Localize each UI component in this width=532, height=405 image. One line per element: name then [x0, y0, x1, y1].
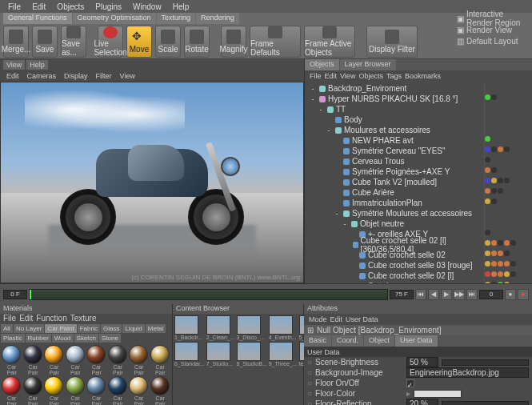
- tree-toggle-icon[interactable]: -: [333, 210, 341, 218]
- timeline-end[interactable]: [390, 290, 414, 299]
- vp-tab-view[interactable]: View: [3, 60, 25, 70]
- content-item[interactable]: 8_StudioB...: [237, 342, 267, 367]
- tag-icon[interactable]: [498, 240, 503, 246]
- tag-row[interactable]: [485, 82, 532, 92]
- tag-icon[interactable]: [491, 282, 497, 283]
- obj-menu-file[interactable]: File: [310, 72, 322, 80]
- content-item[interactable]: 6_Standar...: [174, 342, 205, 367]
- tag-row[interactable]: [485, 92, 532, 102]
- btn-first[interactable]: ⏮: [415, 289, 426, 300]
- attr-value[interactable]: 50 %: [406, 357, 438, 367]
- content-item[interactable]: 7_Studio...: [206, 342, 235, 367]
- material-tab[interactable]: Rubber: [26, 334, 51, 343]
- menu-help[interactable]: Help: [168, 1, 194, 13]
- tree-toggle-icon[interactable]: -: [341, 220, 349, 228]
- material-swatch[interactable]: Car Pair: [44, 345, 65, 375]
- tag-icon[interactable]: [491, 198, 497, 204]
- tag-icon[interactable]: [510, 261, 516, 267]
- tag-icon[interactable]: [485, 188, 490, 194]
- mat-menu-file[interactable]: File: [3, 314, 16, 323]
- tree-toggle-icon[interactable]: [343, 241, 350, 249]
- tag-icon[interactable]: [491, 261, 497, 267]
- material-tab[interactable]: Glass: [101, 324, 122, 333]
- tag-icon[interactable]: [510, 240, 516, 246]
- tag-row[interactable]: [485, 175, 532, 186]
- tree-toggle-icon[interactable]: -: [309, 95, 317, 103]
- obj-menu-tags[interactable]: Tags: [386, 72, 402, 80]
- tag-row[interactable]: [485, 102, 532, 113]
- btn-last[interactable]: ⏭: [466, 289, 478, 300]
- tree-toggle-icon[interactable]: -: [317, 106, 325, 114]
- attr-tab-userdata[interactable]: User Data: [395, 335, 438, 347]
- tree-item[interactable]: Cube crochet selle 02 [l]: [306, 271, 482, 281]
- material-swatch[interactable]: Car Pair: [23, 376, 44, 405]
- btn-key[interactable]: ●: [505, 289, 516, 300]
- mat-menu-function[interactable]: Function: [36, 314, 66, 323]
- tree-item[interactable]: -TT: [306, 104, 482, 114]
- tag-icon[interactable]: [485, 178, 490, 183]
- timeline-track[interactable]: [29, 289, 388, 300]
- tree-toggle-icon[interactable]: [349, 231, 357, 239]
- vp-menu-display[interactable]: Display: [61, 71, 91, 81]
- menu-file[interactable]: File: [3, 1, 26, 13]
- vp-tab-help[interactable]: Help: [26, 60, 48, 70]
- tag-icon[interactable]: [498, 271, 503, 277]
- tag-icon[interactable]: [485, 167, 490, 173]
- tree-toggle-icon[interactable]: [349, 283, 357, 284]
- tag-icon[interactable]: [491, 271, 497, 277]
- btn-next[interactable]: ▶▶: [454, 289, 465, 300]
- material-tab[interactable]: Fabric: [78, 324, 100, 333]
- tag-icon[interactable]: [485, 198, 490, 204]
- tree-item[interactable]: NEW PHARE avt: [306, 135, 482, 146]
- tree-item[interactable]: -Backdrop_Enviroment: [306, 83, 482, 94]
- tag-row[interactable]: [485, 165, 532, 175]
- material-tab[interactable]: No Layer: [14, 324, 44, 333]
- attr-menu-userdata[interactable]: User Data: [346, 315, 378, 323]
- tool-magnify[interactable]: Magnify: [221, 26, 246, 58]
- material-swatch[interactable]: Car Pair: [86, 345, 107, 375]
- tree-item[interactable]: -Hyper NURBS PIKACHU SK [16.8 °]: [306, 94, 482, 104]
- tree-item[interactable]: Cube crochet selle 03 [rouge]: [306, 260, 482, 271]
- tag-icon[interactable]: [485, 230, 490, 235]
- tree-toggle-icon[interactable]: [349, 272, 357, 280]
- obj-menu-objects[interactable]: Objects: [358, 72, 383, 80]
- tag-row[interactable]: [485, 207, 532, 217]
- tree-toggle-icon[interactable]: [333, 178, 341, 186]
- tree-item[interactable]: Body: [306, 114, 482, 125]
- btn-play[interactable]: ▶: [441, 289, 452, 300]
- tree-toggle-icon[interactable]: -: [309, 85, 317, 93]
- tag-row[interactable]: [485, 248, 532, 259]
- tag-icon[interactable]: [504, 240, 510, 246]
- tab-rendering[interactable]: Rendering: [196, 13, 239, 24]
- tool-saveas[interactable]: Save as...: [61, 26, 86, 58]
- tab-layer-browser[interactable]: Layer Browser: [340, 59, 396, 70]
- vp-menu-view[interactable]: View: [117, 71, 138, 81]
- tree-toggle-icon[interactable]: [349, 251, 357, 259]
- tag-icon[interactable]: [491, 94, 497, 100]
- tag-row[interactable]: [485, 238, 532, 248]
- tag-icon[interactable]: [485, 282, 490, 283]
- tag-icon[interactable]: [491, 167, 497, 173]
- tag-icon[interactable]: [491, 146, 497, 152]
- tree-item[interactable]: -Symétrie Moulures et accessoires: [306, 208, 482, 219]
- object-tree[interactable]: -Backdrop_Enviroment-Hyper NURBS PIKACHU…: [305, 82, 484, 283]
- content-item[interactable]: 9_Three_...: [269, 342, 298, 367]
- tree-toggle-icon[interactable]: [349, 262, 357, 270]
- obj-menu-view[interactable]: View: [340, 72, 355, 80]
- tag-icon[interactable]: [504, 282, 510, 283]
- attr-tab-coord[interactable]: Coord.: [332, 335, 363, 347]
- attr-tab-basic[interactable]: Basic: [304, 335, 331, 347]
- material-swatch[interactable]: Car Pair: [66, 345, 86, 375]
- tag-row[interactable]: [485, 123, 532, 134]
- tool-save[interactable]: Save: [32, 26, 58, 58]
- tag-icon[interactable]: [498, 261, 503, 267]
- tree-item[interactable]: Symétrie Cerveau "EYES": [306, 146, 482, 156]
- material-tab[interactable]: Liquid: [122, 324, 144, 333]
- tag-row[interactable]: [485, 134, 532, 144]
- tag-icon[interactable]: [485, 261, 490, 267]
- tree-item[interactable]: Symétrie Poignées-+AXE Y: [306, 166, 482, 177]
- tag-row[interactable]: [485, 154, 532, 165]
- timeline-playhead[interactable]: [30, 290, 31, 299]
- tag-icon[interactable]: [504, 178, 510, 183]
- vp-menu-cameras[interactable]: Cameras: [24, 71, 60, 81]
